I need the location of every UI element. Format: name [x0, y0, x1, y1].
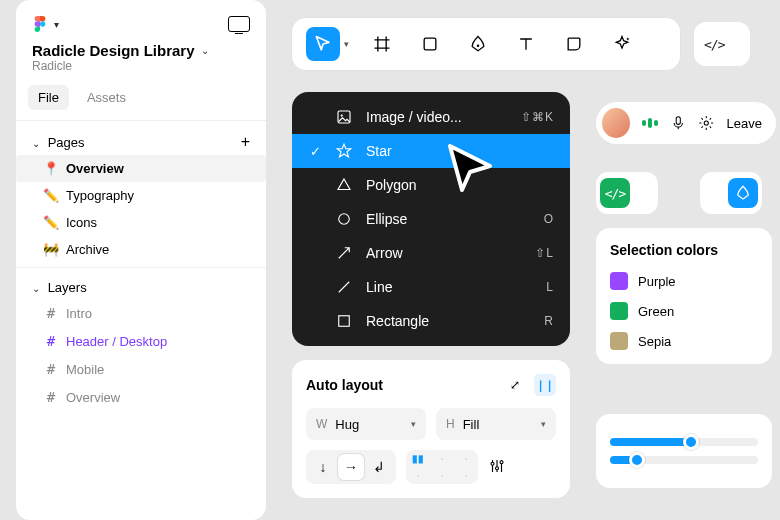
direction-group: ↓ → ↲: [306, 450, 396, 484]
page-item[interactable]: 🚧 Archive: [16, 236, 266, 263]
move-tool[interactable]: [306, 27, 340, 61]
menu-item-ellipse[interactable]: ✓ Ellipse O: [292, 202, 570, 236]
frame-icon: #: [44, 389, 58, 405]
svg-point-2: [477, 44, 480, 47]
tab-assets[interactable]: Assets: [77, 85, 136, 110]
sliders-panel: [596, 414, 772, 488]
code-icon: </>: [704, 37, 724, 52]
alignment-grid[interactable]: ▮▮•• •••: [406, 450, 478, 484]
page-label: Archive: [66, 242, 109, 257]
menu-item-arrow[interactable]: ✓ Arrow ⇧L: [292, 236, 570, 270]
auto-layout-toggle[interactable]: ❘❘: [534, 374, 556, 396]
slider-knob[interactable]: [683, 434, 699, 450]
leave-button[interactable]: Leave: [727, 116, 762, 131]
chevron-down-icon: ▾: [54, 19, 59, 30]
microphone-icon[interactable]: [670, 114, 687, 132]
page-item[interactable]: 📍 Overview: [16, 155, 266, 182]
svg-point-0: [40, 21, 45, 26]
line-icon: [334, 278, 354, 296]
layer-item[interactable]: # Overview: [16, 383, 266, 411]
file-title[interactable]: Radicle Design Library: [32, 42, 195, 59]
direction-wrap[interactable]: ↲: [366, 454, 392, 480]
page-item[interactable]: ✏️ Icons: [16, 209, 266, 236]
collapse-icon[interactable]: ⤢: [504, 374, 526, 396]
ai-tool[interactable]: [605, 27, 639, 61]
frame-icon: [372, 34, 392, 54]
chevron-down-icon: ▾: [411, 419, 416, 429]
comment-tool[interactable]: [557, 27, 591, 61]
height-select[interactable]: H Fill ▾: [436, 408, 556, 440]
image-icon: [334, 108, 354, 126]
chevron-down-icon[interactable]: ⌄: [32, 138, 40, 149]
color-swatch: [610, 272, 628, 290]
app-menu[interactable]: ▾: [32, 16, 59, 32]
direction-vertical[interactable]: ↓: [310, 454, 336, 480]
chevron-down-icon[interactable]: ⌄: [32, 283, 40, 294]
width-select[interactable]: W Hug ▾: [306, 408, 426, 440]
svg-point-7: [339, 214, 350, 225]
pen-tool[interactable]: [461, 27, 495, 61]
text-icon: [516, 34, 536, 54]
dev-mode-toggle[interactable]: </>: [694, 22, 750, 66]
chevron-down-icon[interactable]: ⌄: [201, 45, 209, 56]
svg-rect-3: [676, 117, 680, 125]
slider[interactable]: [610, 438, 758, 446]
team-name[interactable]: Radicle: [16, 59, 266, 83]
collab-bar: Leave: [596, 102, 776, 144]
frame-icon: #: [44, 305, 58, 321]
code-icon: </>: [605, 186, 625, 201]
text-tool[interactable]: [509, 27, 543, 61]
color-row[interactable]: Sepia: [610, 326, 758, 356]
direction-horizontal[interactable]: →: [338, 454, 364, 480]
menu-label: Rectangle: [366, 313, 532, 329]
cursor-icon: [313, 34, 333, 54]
pin-icon: 📍: [44, 161, 58, 176]
width-label: W: [316, 417, 327, 431]
auto-layout-panel: Auto layout ⤢ ❘❘ W Hug ▾ H Fill ▾ ↓ → ↲ …: [292, 360, 570, 498]
design-mode-chip[interactable]: [700, 172, 762, 214]
height-value: Fill: [463, 417, 480, 432]
gear-icon[interactable]: [698, 114, 715, 132]
menu-item-star[interactable]: ✓ Star: [292, 134, 570, 168]
menu-item-image[interactable]: ✓ Image / video... ⇧⌘K: [292, 100, 570, 134]
color-name: Sepia: [638, 334, 671, 349]
dev-mode-chip[interactable]: </>: [596, 172, 658, 214]
layer-item[interactable]: # Header / Desktop: [16, 327, 266, 355]
menu-label: Ellipse: [366, 211, 532, 227]
menu-label: Star: [366, 143, 542, 159]
menu-item-line[interactable]: ✓ Line L: [292, 270, 570, 304]
color-swatch: [610, 302, 628, 320]
tab-file[interactable]: File: [28, 85, 69, 110]
svg-rect-1: [424, 38, 436, 50]
menu-shortcut: ⇧L: [535, 246, 554, 260]
frame-tool[interactable]: [365, 27, 399, 61]
layer-item[interactable]: # Mobile: [16, 355, 266, 383]
slider[interactable]: [610, 456, 758, 464]
slider-knob[interactable]: [629, 452, 645, 468]
figma-icon: [32, 16, 48, 32]
chat-icon: [564, 34, 584, 54]
rectangle-icon: [334, 312, 354, 330]
avatar[interactable]: [602, 108, 630, 138]
menu-item-rectangle[interactable]: ✓ Rectangle R: [292, 304, 570, 338]
layer-item[interactable]: # Intro: [16, 299, 266, 327]
menu-item-polygon[interactable]: ✓ Polygon: [292, 168, 570, 202]
arrow-icon: [334, 244, 354, 262]
add-page-button[interactable]: +: [241, 133, 250, 151]
present-icon[interactable]: [228, 16, 250, 32]
construction-icon: 🚧: [44, 242, 58, 257]
polygon-icon: [334, 176, 354, 194]
rectangle-tool[interactable]: [413, 27, 447, 61]
square-icon: [420, 34, 440, 54]
page-label: Icons: [66, 215, 97, 230]
color-row[interactable]: Purple: [610, 266, 758, 296]
shape-dropdown: ✓ Image / video... ⇧⌘K ✓ Star ✓ Polygon …: [292, 92, 570, 346]
color-row[interactable]: Green: [610, 296, 758, 326]
chevron-down-icon[interactable]: ▾: [344, 39, 349, 49]
height-label: H: [446, 417, 455, 431]
page-item[interactable]: ✏️ Typography: [16, 182, 266, 209]
svg-point-10: [496, 466, 499, 469]
frame-icon: #: [44, 361, 58, 377]
sliders-icon[interactable]: [488, 457, 506, 478]
svg-point-4: [704, 121, 708, 125]
